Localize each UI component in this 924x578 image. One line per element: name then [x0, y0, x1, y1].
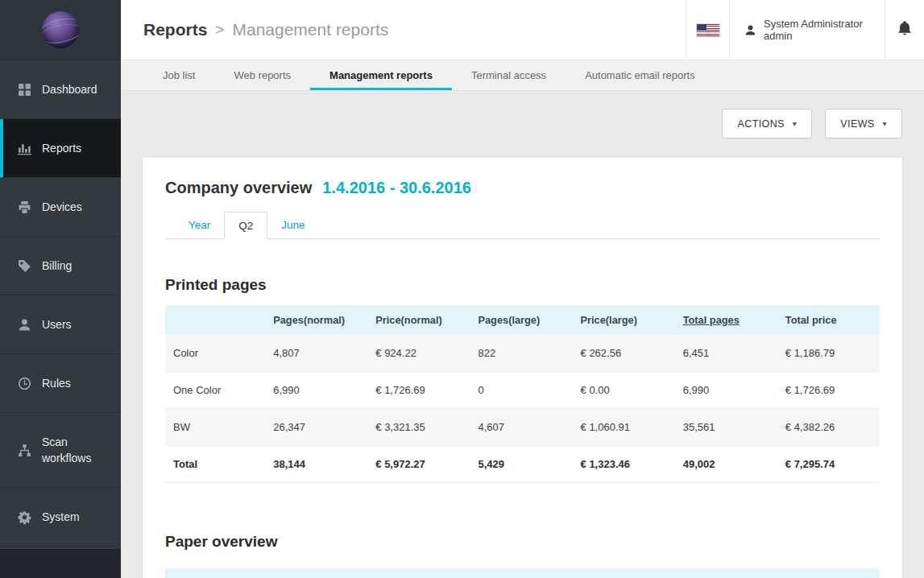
header-right: System Administrator admin [686, 0, 924, 60]
sidebar-item-devices[interactable]: Devices [0, 178, 121, 237]
table-row-total: Total 38,144 € 5,972.27 5,429 € 1,323.46… [165, 446, 880, 483]
bar-chart-icon [17, 142, 31, 155]
row-label: Color [165, 335, 265, 372]
table-row-color: Color 4,807 € 924.22 822 € 262.56 6,451 … [165, 335, 880, 372]
breadcrumb-reports[interactable]: Reports [143, 20, 207, 39]
cell: € 0.00 [573, 372, 675, 409]
tag-icon [17, 259, 31, 273]
cell: € 1,323.46 [573, 446, 675, 483]
cell: 4,607 [470, 409, 572, 446]
cell: € 5,972.27 [367, 446, 470, 483]
user-icon [744, 24, 756, 36]
sidebar-item-system[interactable]: System [0, 488, 121, 547]
period-tabs: Year Q2 June [165, 212, 880, 239]
tab-terminal-access[interactable]: Terminal access [452, 60, 566, 90]
sidebar-item-label: System [42, 509, 111, 525]
main-area: Reports > Management reports System Admi… [121, 0, 924, 578]
tab-management-reports[interactable]: Management reports [310, 60, 452, 90]
col-header-price-large[interactable]: Price(large) [573, 305, 675, 335]
report-date-range: 1.4.2016 - 30.6.2016 [322, 179, 471, 197]
row-label: One Color [165, 372, 265, 409]
sitemap-icon [17, 444, 31, 457]
sidebar-item-scan-workflows[interactable]: Scan workflows [0, 413, 121, 488]
col-header-pages-normal[interactable]: Pages(normal) [265, 305, 367, 335]
actions-button-label: ACTIONS [737, 118, 784, 130]
sidebar-footer [0, 549, 121, 578]
cell: € 4,382.26 [777, 409, 880, 446]
printer-icon [17, 200, 31, 214]
language-selector[interactable] [686, 0, 729, 60]
cell: 26,347 [265, 409, 367, 446]
printed-pages-table: Pages(normal) Price(normal) Pages(large)… [165, 305, 880, 483]
col-header-total-pages[interactable]: Total pages [675, 305, 777, 335]
col-header-pages-large[interactable]: Pages(large) [470, 305, 572, 335]
cell: € 3,321.35 [367, 409, 470, 446]
notifications-button[interactable] [885, 0, 924, 60]
sidebar-item-billing[interactable]: Billing [0, 237, 121, 295]
chevron-down-icon: ▾ [793, 119, 797, 128]
sidebar-item-label: Reports [42, 140, 111, 156]
sidebar-item-label: Billing [42, 258, 111, 274]
toolbar: ACTIONS ▾ VIEWS ▾ [143, 91, 902, 138]
user-menu[interactable]: System Administrator admin [729, 0, 885, 60]
report-title-row: Company overview 1.4.2016 - 30.6.2016 [165, 179, 880, 197]
cell: € 1,726.69 [777, 372, 880, 409]
tab-web-reports[interactable]: Web reports [214, 60, 310, 90]
content-area: ACTIONS ▾ VIEWS ▾ Company overview 1.4.2… [121, 91, 924, 578]
sidebar-item-label: Dashboard [42, 81, 111, 97]
chevron-down-icon: ▾ [883, 119, 887, 128]
sidebar-item-label: Scan workflows [42, 434, 111, 466]
user-name: System Administrator [764, 18, 863, 30]
section-title-paper-overview: Paper overview [165, 533, 880, 551]
cell: € 1,060.91 [573, 409, 675, 446]
cell: 6,990 [265, 372, 367, 409]
cell: € 924.22 [367, 335, 470, 372]
sidebar-item-dashboard[interactable]: Dashboard [0, 60, 121, 119]
breadcrumb-separator: > [215, 21, 224, 39]
col-header-blank [165, 305, 265, 335]
bell-icon [897, 21, 912, 39]
us-flag-icon [697, 24, 719, 36]
dashboard-icon [17, 83, 31, 97]
tab-automatic-email-reports[interactable]: Automatic email reports [566, 60, 715, 90]
sidebar-item-rules[interactable]: Rules [0, 354, 121, 413]
clock-icon [17, 377, 31, 390]
views-button[interactable]: VIEWS ▾ [825, 109, 902, 138]
sidebar-item-label: Devices [42, 199, 111, 215]
table-row-bw: BW 26,347 € 3,321.35 4,607 € 1,060.91 35… [165, 409, 880, 446]
section-title-printed-pages: Printed pages [165, 276, 880, 294]
table-header-row: Pages(normal) Price(normal) Pages(large)… [165, 305, 880, 335]
app-logo[interactable] [0, 0, 121, 60]
flag-canton [697, 24, 706, 31]
period-tab-q2[interactable]: Q2 [224, 212, 267, 239]
top-header: Reports > Management reports System Admi… [121, 0, 924, 60]
app-root: Dashboard Reports Devices Billing [0, 0, 924, 578]
actions-button[interactable]: ACTIONS ▾ [722, 109, 812, 138]
cell: 6,451 [675, 335, 777, 372]
period-tab-year[interactable]: Year [175, 212, 224, 239]
cell: 822 [470, 335, 572, 372]
cell: 0 [470, 372, 572, 409]
cell: 5,429 [470, 446, 572, 483]
cell: 38,144 [265, 446, 367, 483]
breadcrumb-current: Management reports [232, 20, 388, 39]
sidebar-item-reports[interactable]: Reports [0, 119, 121, 178]
sidebar-item-label: Rules [42, 375, 111, 391]
tab-job-list[interactable]: Job list [143, 60, 214, 90]
breadcrumb: Reports > Management reports [121, 0, 388, 60]
user-role: admin [764, 30, 863, 42]
period-tab-june[interactable]: June [267, 212, 318, 239]
section-tabbar: Job list Web reports Management reports … [121, 60, 924, 91]
cell: 35,561 [675, 409, 777, 446]
report-title: Company overview [165, 179, 312, 197]
col-header-price-normal[interactable]: Price(normal) [367, 305, 470, 335]
row-label: BW [165, 409, 265, 446]
table-row-one-color: One Color 6,990 € 1,726.69 0 € 0.00 6,99… [165, 372, 880, 409]
paper-overview-table-header [165, 568, 880, 578]
cell: 49,002 [675, 446, 777, 483]
views-button-label: VIEWS [840, 118, 874, 130]
report-card: Company overview 1.4.2016 - 30.6.2016 Ye… [143, 158, 902, 578]
col-header-total-price[interactable]: Total price [777, 305, 880, 335]
sidebar-item-users[interactable]: Users [0, 295, 121, 354]
sidebar-item-label: Users [42, 316, 111, 332]
